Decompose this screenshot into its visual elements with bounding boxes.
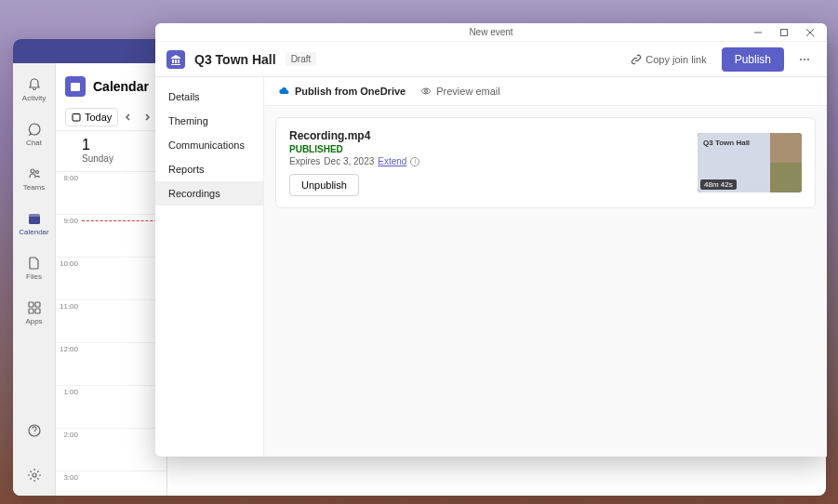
day-number: 1: [82, 137, 157, 153]
bell-icon: [27, 77, 42, 92]
publish-button[interactable]: Publish: [722, 47, 784, 72]
tab-preview-email[interactable]: Preview email: [420, 86, 499, 97]
time-label: 11:00: [56, 300, 82, 342]
recording-filename: Recording.mp4: [289, 129, 686, 142]
recording-info: Recording.mp4 PUBLISHED Expires Dec 3, 2…: [289, 129, 686, 196]
svg-rect-3: [29, 214, 40, 217]
draft-badge: Draft: [286, 52, 317, 66]
tab-publish-onedrive[interactable]: Publish from OneDrive: [277, 85, 406, 98]
time-label: 10:00: [56, 258, 82, 299]
nav-details[interactable]: Details: [155, 85, 263, 109]
modal-header: Q3 Town Hall Draft Copy join link Publis…: [155, 42, 827, 77]
unpublish-button[interactable]: Unpublish: [289, 174, 359, 196]
nav-recordings[interactable]: Recordings: [155, 181, 263, 206]
svg-point-19: [425, 90, 428, 93]
svg-point-9: [33, 473, 36, 477]
thumb-title: Q3 Town Hall: [703, 139, 765, 148]
calendar-app-icon: [65, 76, 86, 97]
calendar-title: Calendar: [93, 79, 149, 94]
minimize-icon: [753, 28, 763, 37]
svg-rect-10: [71, 83, 80, 91]
thumb-video-tiles: [770, 133, 802, 192]
time-label: 12:00: [56, 343, 82, 385]
svg-rect-7: [35, 309, 40, 313]
rail-label: Files: [26, 272, 42, 281]
copy-join-link[interactable]: Copy join link: [625, 50, 712, 69]
content-area: Publish from OneDrive Preview email Reco…: [263, 77, 827, 457]
rail-activity[interactable]: Activity: [16, 69, 53, 110]
expiry-date: Dec 3, 2023: [324, 156, 374, 166]
nav-communications[interactable]: Communications: [155, 133, 263, 157]
rail-teams[interactable]: Teams: [16, 158, 53, 199]
participant-tile: [770, 133, 802, 163]
rail-chat[interactable]: Chat: [16, 113, 53, 154]
app-rail: Activity Chat Teams Calendar Files Apps: [13, 39, 56, 496]
svg-point-18: [807, 59, 809, 60]
svg-point-17: [804, 59, 805, 60]
time-label: 8:00: [56, 172, 82, 214]
calendar-small-icon: [72, 113, 81, 122]
maximize-button[interactable]: [771, 24, 797, 41]
recording-card: Recording.mp4 PUBLISHED Expires Dec 3, 2…: [275, 117, 816, 208]
rail-files[interactable]: Files: [16, 247, 53, 288]
extend-link[interactable]: Extend: [378, 156, 406, 166]
svg-point-1: [35, 170, 38, 173]
recording-duration: 48m 42s: [700, 179, 737, 190]
info-icon[interactable]: i: [410, 157, 419, 166]
today-label: Today: [85, 112, 112, 123]
svg-rect-5: [35, 302, 40, 307]
next-button[interactable]: [139, 109, 155, 126]
minimize-button[interactable]: [745, 24, 771, 41]
rail-help[interactable]: [16, 410, 53, 451]
cloud-icon: [277, 85, 290, 98]
rail-settings[interactable]: [16, 455, 53, 496]
apps-icon: [27, 300, 42, 315]
rail-label: Activity: [22, 94, 46, 102]
rail-label: Teams: [23, 183, 46, 192]
teams-icon: [27, 166, 42, 181]
gear-icon: [27, 468, 42, 483]
recording-status: PUBLISHED: [289, 144, 686, 154]
chevron-right-icon: [142, 113, 152, 122]
nav-theming[interactable]: Theming: [155, 109, 263, 133]
now-indicator: [82, 220, 166, 221]
svg-rect-4: [29, 302, 33, 307]
event-title: Q3 Town Hall: [194, 52, 276, 67]
calendar-toolbar: Today: [56, 104, 166, 131]
participant-tile: [770, 163, 802, 192]
close-icon: [805, 28, 815, 37]
modal-titlebar: New event: [155, 23, 827, 42]
time-label: 1:00: [56, 386, 82, 428]
chevron-left-icon: [124, 113, 133, 122]
svg-rect-13: [781, 29, 788, 35]
maximize-icon: [779, 28, 789, 37]
help-icon: [27, 423, 42, 438]
expiry-prefix: Expires: [289, 156, 320, 166]
event-modal: New event Q3 Town Hall Draft Copy join l…: [155, 23, 827, 457]
tab-publish-label: Publish from OneDrive: [295, 86, 406, 97]
svg-point-16: [800, 59, 802, 60]
more-options-button[interactable]: [793, 48, 816, 71]
calendar-panel: Calendar Today 1 Sunday 8:00 9:00 10:00 …: [56, 39, 167, 496]
time-grid[interactable]: 8:00 9:00 10:00 11:00 12:00 1:00 2:00 3:…: [56, 172, 166, 496]
nav-reports[interactable]: Reports: [155, 157, 263, 181]
time-label: 3:00: [56, 471, 82, 496]
svg-point-0: [31, 169, 34, 173]
event-side-nav: Details Theming Communications Reports R…: [155, 77, 263, 457]
tab-preview-label: Preview email: [436, 86, 499, 97]
link-icon: [631, 54, 642, 65]
rail-label: Calendar: [19, 228, 48, 236]
prev-button[interactable]: [120, 109, 137, 126]
time-label: 2:00: [56, 429, 82, 471]
rail-label: Chat: [26, 139, 42, 147]
modal-body: Details Theming Communications Reports R…: [155, 77, 827, 457]
today-button[interactable]: Today: [65, 108, 118, 126]
rail-apps[interactable]: Apps: [16, 292, 53, 333]
close-button[interactable]: [797, 24, 823, 41]
window-title: New event: [469, 27, 512, 37]
svg-rect-11: [73, 114, 80, 122]
day-header: 1 Sunday: [56, 131, 166, 172]
time-label: 9:00: [56, 215, 82, 257]
recording-thumbnail[interactable]: Q3 Town Hall 48m 42s: [698, 133, 802, 192]
rail-calendar[interactable]: Calendar: [16, 203, 53, 244]
